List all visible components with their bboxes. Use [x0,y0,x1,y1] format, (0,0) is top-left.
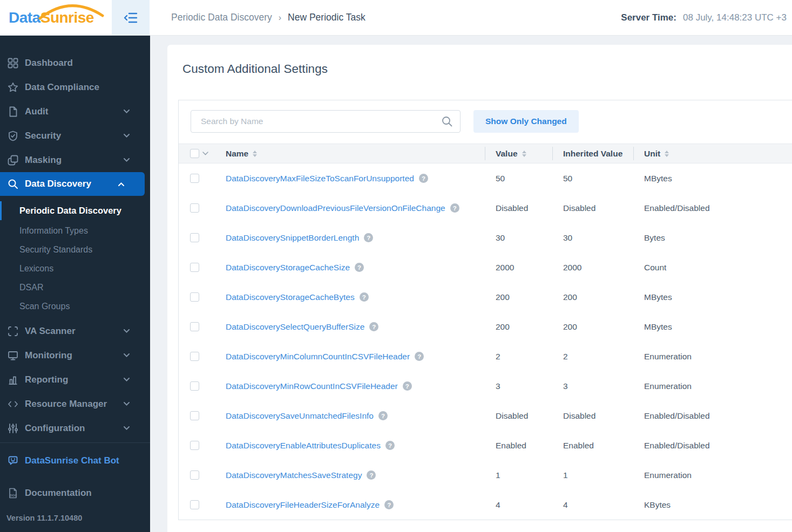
sidebar-item-resource-manager[interactable]: Resource Manager [0,392,150,416]
setting-name-link[interactable]: DataDiscoveryMinRowCountInCSVFileHeader [226,381,398,391]
help-icon[interactable]: ? [364,233,373,242]
setting-name-link[interactable]: DataDiscoveryFileHeaderSizeForAnalyze [226,500,380,510]
sidebar-item-label: Audit [25,106,48,117]
help-icon[interactable]: ? [419,174,428,183]
row-checkbox[interactable] [190,441,199,450]
setting-name-link[interactable]: DataDiscoveryMatchesSaveStrategy [226,470,362,480]
code-icon [8,399,18,410]
sidebar-subitem-scan-groups[interactable]: Scan Groups [0,297,150,316]
breadcrumb-parent[interactable]: Periodic Data Discovery [171,12,272,23]
value-cell: 50 [485,174,552,183]
sidebar-item-security[interactable]: Security [0,124,150,148]
monitor-icon [8,350,18,361]
table-row: DataDiscoveryMinRowCountInCSVFileHeader … [179,371,792,401]
setting-name-link[interactable]: DataDiscoverySnippetBorderLength [226,233,359,243]
star-icon [8,82,18,93]
sidebar-subitem-information-types[interactable]: Information Types [0,221,150,240]
breadcrumb-current: New Periodic Task [288,12,365,23]
setting-name-link[interactable]: DataDiscoveryStorageCacheBytes [226,292,355,302]
unit-cell: KBytes [633,500,792,510]
setting-name-link[interactable]: DataDiscoverySaveUnmatchedFilesInfo [226,411,374,421]
select-menu-chevron-icon[interactable] [202,152,208,155]
sidebar-item-monitoring[interactable]: Monitoring [0,343,150,367]
sort-icon[interactable] [665,151,669,157]
help-icon[interactable]: ? [378,411,388,420]
row-checkbox[interactable] [190,292,199,302]
column-header-unit[interactable]: Unit [633,144,792,163]
sidebar-subitem-dsar[interactable]: DSAR [0,278,150,297]
value-cell: 200 [485,292,552,302]
sidebar-item-label: Masking [25,155,62,166]
row-checkbox[interactable] [190,174,199,183]
sidebar-subitem-label: Security Standards [19,245,92,255]
help-icon[interactable]: ? [369,322,378,331]
help-icon[interactable]: ? [415,352,424,361]
sidebar-item-masking[interactable]: Masking [0,148,150,172]
sidebar-item-chat-bot[interactable]: DataSunrise Chat Bot [0,448,150,473]
setting-name-link[interactable]: DataDiscoveryEnableAttributesDuplicates [226,441,381,451]
row-checkbox[interactable] [190,381,199,391]
shield-check-icon [8,131,18,141]
chevron-down-icon [124,329,130,333]
help-icon[interactable]: ? [385,441,395,450]
sidebar-subitem-lexicons[interactable]: Lexicons [0,259,150,278]
sidebar-item-audit[interactable]: Audit [0,99,150,124]
row-checkbox[interactable] [190,352,199,361]
setting-name-link[interactable]: DataDiscoverySelectQueryBufferSize [226,322,364,332]
sidebar-item-documentation[interactable]: DOC Documentation [0,481,150,505]
inherited-value-cell: Disabled [552,203,633,213]
sort-icon[interactable] [253,151,257,157]
sidebar-subitem-security-standards[interactable]: Security Standards [0,240,150,259]
doc-file-icon: DOC [8,488,18,499]
inherited-value-cell: 2 [552,352,633,362]
row-checkbox[interactable] [190,470,199,480]
inherited-value-cell: Enabled [552,441,633,451]
help-icon[interactable]: ? [384,500,394,509]
setting-name-link[interactable]: DataDiscoveryStorageCacheSize [226,263,350,272]
sidebar-collapse-button[interactable] [112,0,150,35]
sidebar-item-configuration[interactable]: Configuration [0,416,150,440]
sidebar-item-data-discovery[interactable]: Data Discovery [0,172,145,196]
logo[interactable]: DataSunrise [0,0,112,35]
column-header-name[interactable]: Name [226,144,485,163]
help-icon[interactable]: ? [367,470,376,480]
value-cell: 1 [485,470,552,480]
chevron-down-icon [124,110,130,113]
server-time-label: Server Time: [621,12,676,23]
server-time-value: 08 July, 14:48:23 UTC +3 [683,12,787,23]
unit-cell: Enabled/Disabled [633,203,792,213]
show-only-changed-button[interactable]: Show Only Changed [473,110,579,133]
table-row: DataDiscoverySaveUnmatchedFilesInfo ? Di… [179,401,792,431]
setting-name-link[interactable]: DataDiscoveryDownloadPreviousFileVersion… [226,203,445,213]
sidebar-subitem-periodic-data-discovery[interactable]: Periodic Data Discovery [0,200,150,221]
sort-icon[interactable] [522,151,526,157]
row-checkbox[interactable] [190,233,199,242]
sidebar-item-va-scanner[interactable]: VA Scanner [0,319,150,343]
help-icon[interactable]: ? [355,263,364,272]
sidebar-item-reporting[interactable]: Reporting [0,367,150,392]
breadcrumb-separator: › [279,13,281,23]
help-icon[interactable]: ? [360,292,369,302]
setting-name-link[interactable]: DataDiscoveryMinColumnCountInCSVFileHead… [226,352,410,362]
row-checkbox[interactable] [190,263,199,272]
help-icon[interactable]: ? [403,381,412,391]
search-input[interactable] [191,110,461,133]
row-checkbox[interactable] [190,500,199,509]
chat-bot-icon [8,455,18,466]
column-header-inherited-value[interactable]: Inherited Value [552,144,633,163]
sidebar-item-data-compliance[interactable]: Data Compliance [0,75,150,99]
row-checkbox[interactable] [190,203,199,213]
sidebar-item-dashboard[interactable]: Dashboard [0,51,150,75]
help-icon[interactable]: ? [450,203,459,213]
row-checkbox[interactable] [190,411,199,420]
select-all-checkbox[interactable] [190,149,199,158]
chevron-down-icon [124,134,130,138]
chevron-down-icon [124,402,130,406]
inherited-value-cell: 1 [552,470,633,480]
bar-chart-icon [8,374,18,385]
unit-cell: Enabled/Disabled [633,441,792,451]
column-label: Name [226,149,248,159]
setting-name-link[interactable]: DataDiscoveryMaxFileSizeToScanForUnsuppo… [226,174,414,183]
column-header-value[interactable]: Value [485,144,552,163]
row-checkbox[interactable] [190,322,199,331]
